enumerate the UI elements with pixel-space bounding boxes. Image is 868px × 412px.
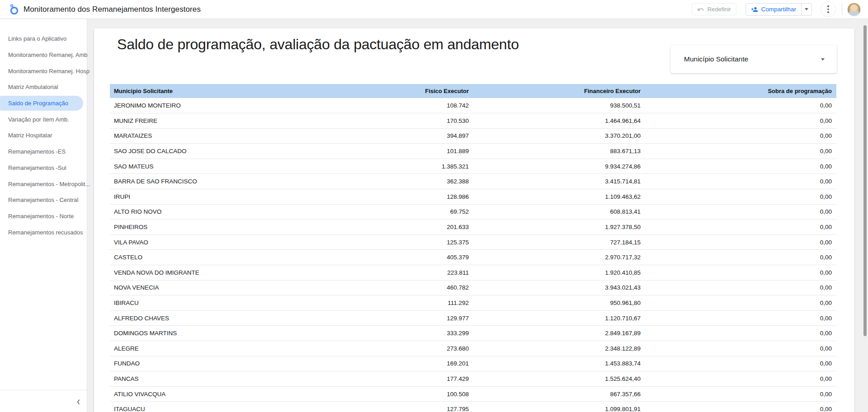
table-row: IRUPI 128.986 1.109.463,62 0,00 <box>110 189 836 205</box>
cell-municipio-solicitante: VENDA NOVA DO IMIGRANTE <box>110 265 336 281</box>
table-row: ALTO RIO NOVO 69.752 608.813,41 0,00 <box>110 204 836 220</box>
sidebar-item-remanejamentos-sul[interactable]: Remanejamentos -Sul <box>0 160 87 176</box>
sidebar-item-remanejamentos-central[interactable]: Remanejamentos - Central <box>0 192 87 208</box>
cell-financeiro-executor: 727.184,15 <box>469 234 641 250</box>
cell-fisico-executor: 128.986 <box>336 189 469 205</box>
sidebar-item-monitoramento-remanej-hosp[interactable]: Monitoramento Remanej. Hosp <box>0 63 87 79</box>
cell-fisico-executor: 69.752 <box>336 204 469 220</box>
cell-sobra-de-programacao: 0,00 <box>641 265 836 281</box>
cell-fisico-executor: 125.375 <box>336 234 469 250</box>
sidebar-item-label: Remanejamentos -Sul <box>8 164 66 171</box>
cell-municipio-solicitante: SAO JOSE DO CALCADO <box>110 144 336 159</box>
cell-sobra-de-programacao: 0,00 <box>641 234 836 250</box>
table-header-row: Municipio Solicitante Fisico Executor Fi… <box>110 84 836 98</box>
municipio-filter-dropdown[interactable]: Município Solicitante <box>670 45 837 73</box>
report-title: Saldo de programação, avaliação da pactu… <box>117 36 519 53</box>
cell-sobra-de-programacao: 0,00 <box>641 280 836 295</box>
cell-sobra-de-programacao: 0,00 <box>641 98 836 113</box>
sidebar-item-saldo-de-programacao[interactable]: Saldo de Programação <box>0 95 87 112</box>
cell-fisico-executor: 333.299 <box>336 326 469 341</box>
cell-municipio-solicitante: ITAGUACU <box>110 402 336 412</box>
column-header-sobra-de-programacao[interactable]: Sobra de programação <box>641 84 836 98</box>
cell-financeiro-executor: 938.500,51 <box>469 98 641 113</box>
cell-sobra-de-programacao: 0,00 <box>641 174 836 189</box>
column-header-municipio-solicitante[interactable]: Municipio Solicitante <box>110 84 336 98</box>
cell-financeiro-executor: 608.813,41 <box>469 204 641 220</box>
filter-label: Município Solicitante <box>684 55 748 63</box>
sidebar-item-remanejamentos-norte[interactable]: Remanejamentos - Norte <box>0 208 87 225</box>
sidebar-item-label: Matriz Hospitalar <box>8 132 52 139</box>
cell-fisico-executor: 273.680 <box>336 341 469 356</box>
cell-sobra-de-programacao: 0,00 <box>641 326 836 341</box>
cell-financeiro-executor: 1.920.410,85 <box>469 265 641 281</box>
sidebar-item-links-para-o-aplicativo[interactable]: Links para o Aplicativo <box>0 31 87 47</box>
cell-fisico-executor: 111.292 <box>336 295 469 311</box>
cell-municipio-solicitante: IRUPI <box>110 189 336 205</box>
share-button[interactable]: Compartilhar <box>746 4 801 15</box>
cell-financeiro-executor: 1.453.883,74 <box>469 356 641 371</box>
sidebar-item-label: Remanejamentos recusados <box>8 229 83 236</box>
cell-sobra-de-programacao: 0,00 <box>641 295 836 311</box>
cell-municipio-solicitante: MUNIZ FREIRE <box>110 113 336 129</box>
app-title: Monitoramento dos Remanejamentos Interge… <box>24 5 201 14</box>
sidebar-item-label: Remanejamentos - Norte <box>8 213 74 220</box>
table-row: CASTELO 405.379 2.970.717,32 0,00 <box>110 250 836 265</box>
cell-fisico-executor: 177.429 <box>336 371 469 387</box>
table-row: ATILIO VIVACQUA 100.508 867.357,66 0,00 <box>110 386 836 402</box>
cell-municipio-solicitante: NOVA VENECIA <box>110 280 336 295</box>
cell-municipio-solicitante: ALTO RIO NOVO <box>110 204 336 220</box>
sidebar-footer: ‹ <box>0 390 87 412</box>
sidebar-item-label: Remanejamentos - Metropolit... <box>8 181 90 187</box>
sidebar-item-variacao-por-item-amb[interactable]: Variação por ítem Amb. <box>0 111 87 127</box>
more-vert-icon <box>827 5 829 7</box>
cell-sobra-de-programacao: 0,00 <box>641 386 836 402</box>
sidebar-item-label: Remanejamentos -ES <box>8 148 66 155</box>
cell-financeiro-executor: 1.464.961,64 <box>469 113 641 129</box>
table-body: JERONIMO MONTEIRO 108.742 938.500,51 0,0… <box>110 98 836 412</box>
column-header-fisico-executor[interactable]: Fisico Executor <box>336 84 469 98</box>
sidebar-item-matriz-hospitalar[interactable]: Matriz Hospitalar <box>0 127 87 144</box>
share-options-button[interactable] <box>801 4 811 15</box>
table-row: PANCAS 177.429 1.525.624,40 0,00 <box>110 371 836 387</box>
sidebar-item-monitoramento-remanej-amb[interactable]: Monitoramento Remanej. Amb <box>0 47 87 63</box>
table-row: SAO JOSE DO CALCADO 101.889 883.671,13 0… <box>110 144 836 159</box>
chevron-left-icon[interactable]: ‹ <box>77 395 80 407</box>
report-canvas: Saldo de programação, avaliação da pactu… <box>94 28 854 412</box>
sidebar-item-label: Variação por ítem Amb. <box>8 116 69 123</box>
table-row: FUNDAO 169.201 1.453.883,74 0,00 <box>110 356 836 371</box>
table-row: DOMINGOS MARTINS 333.299 2.849.167,89 0,… <box>110 326 836 341</box>
table-row: SAO MATEUS 1.385.321 9.934.274,86 0,00 <box>110 159 836 174</box>
share-button-label: Compartilhar <box>761 6 796 13</box>
cell-financeiro-executor: 950.961,80 <box>469 295 641 311</box>
sidebar-item-remanejamentos-es[interactable]: Remanejamentos -ES <box>0 144 87 160</box>
sidebar-item-remanejamentos-recusados[interactable]: Remanejamentos recusados <box>0 224 87 240</box>
cell-municipio-solicitante: ALEGRE <box>110 341 336 356</box>
cell-sobra-de-programacao: 0,00 <box>641 128 836 144</box>
sidebar-item-label: Saldo de Programação <box>8 100 68 107</box>
cell-fisico-executor: 101.889 <box>336 144 469 159</box>
cell-financeiro-executor: 3.370.201,00 <box>469 128 641 144</box>
sidebar-item-remanejamentos-metropolit[interactable]: Remanejamentos - Metropolit... <box>0 176 87 192</box>
cell-financeiro-executor: 1.099.801,91 <box>469 402 641 412</box>
sidebar-item-matriz-ambulatorial[interactable]: Matriz Ambulatorial <box>0 79 87 95</box>
cell-municipio-solicitante: DOMINGOS MARTINS <box>110 326 336 341</box>
more-options-button[interactable] <box>821 2 836 17</box>
cell-financeiro-executor: 1.109.463,62 <box>469 189 641 205</box>
person-add-icon <box>751 6 758 13</box>
table-row: MARATAIZES 394.897 3.370.201,00 0,00 <box>110 128 836 144</box>
cell-fisico-executor: 170.530 <box>336 113 469 129</box>
reset-button[interactable]: Redefinir <box>692 3 736 15</box>
page-scrollbar-thumb[interactable] <box>863 25 867 336</box>
user-avatar[interactable] <box>847 3 861 16</box>
reset-button-label: Redefinir <box>708 6 731 13</box>
sidebar-nav: Links para o Aplicativo Monitoramento Re… <box>0 19 87 240</box>
cell-municipio-solicitante: PINHEIROS <box>110 220 336 235</box>
cell-financeiro-executor: 1.525.624,40 <box>469 371 641 387</box>
cell-municipio-solicitante: PANCAS <box>110 371 336 387</box>
cell-sobra-de-programacao: 0,00 <box>641 341 836 356</box>
table-row: BARRA DE SAO FRANCISCO 362.388 3.415.714… <box>110 174 836 189</box>
table-row: NOVA VENECIA 460.782 3.943.021,43 0,00 <box>110 280 836 295</box>
cell-fisico-executor: 460.782 <box>336 280 469 295</box>
table-row: ITAGUACU 127.795 1.099.801,91 0,00 <box>110 402 836 412</box>
column-header-financeiro-executor[interactable]: Financeiro Executor <box>469 84 641 98</box>
